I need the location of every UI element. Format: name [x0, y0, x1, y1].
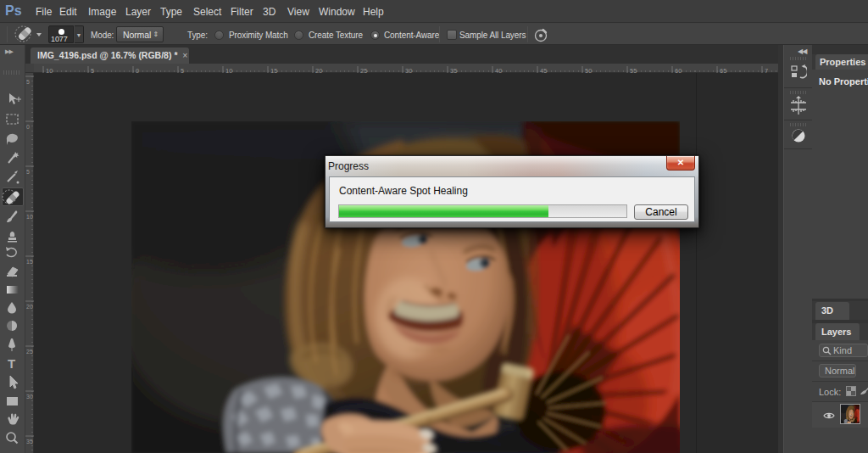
svg-text:0: 0: [26, 124, 30, 130]
svg-text:35: 35: [26, 439, 33, 445]
svg-text:T: T: [8, 356, 15, 371]
svg-text:5: 5: [26, 169, 30, 175]
svg-text:30: 30: [26, 394, 33, 400]
svg-text:15: 15: [26, 259, 33, 265]
svg-text:20: 20: [26, 304, 33, 310]
svg-text:10: 10: [26, 214, 33, 220]
svg-text:25: 25: [26, 349, 33, 355]
svg-text:5: 5: [26, 79, 30, 85]
